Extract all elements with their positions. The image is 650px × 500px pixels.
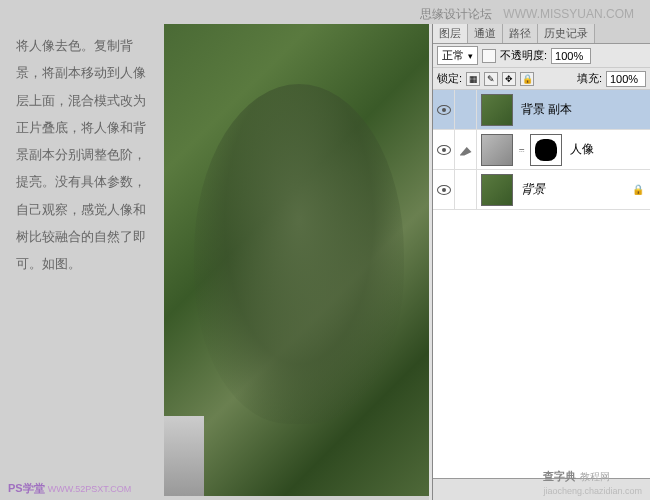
- eye-icon: [437, 185, 451, 195]
- fill-value: 100%: [610, 73, 638, 85]
- layer-thumbnail[interactable]: [481, 94, 513, 126]
- layer-thumbnail[interactable]: [481, 134, 513, 166]
- wm-right-url: jiaocheng.chazidian.com: [543, 486, 642, 496]
- blend-opacity-row: 正常 ▾ 不透明度: 100%: [433, 44, 650, 68]
- lock-label: 锁定:: [437, 71, 462, 86]
- lock-icon: 🔒: [632, 184, 644, 195]
- layer-row-portrait[interactable]: ⎓ 人像: [433, 130, 650, 170]
- fill-input[interactable]: 100%: [606, 71, 646, 87]
- opacity-value: 100%: [555, 50, 583, 62]
- visibility-toggle[interactable]: [433, 130, 455, 169]
- fill-label: 填充:: [577, 71, 602, 86]
- visibility-toggle[interactable]: [433, 90, 455, 129]
- brush-icon: [460, 144, 472, 156]
- blend-mode-value: 正常: [442, 48, 464, 63]
- eye-icon: [437, 145, 451, 155]
- site-name: 思缘设计论坛: [420, 7, 492, 21]
- wm-left-url: WWW.52PSXT.COM: [48, 484, 132, 494]
- image-canvas[interactable]: [164, 24, 432, 496]
- wm-left-brand: PS学堂: [8, 482, 45, 494]
- lock-all-icon[interactable]: 🔒: [520, 72, 534, 86]
- face-overlay: [194, 84, 404, 424]
- lock-pixels-icon[interactable]: ✎: [484, 72, 498, 86]
- eye-icon: [437, 105, 451, 115]
- layer-row-background[interactable]: 背景 🔒: [433, 170, 650, 210]
- tab-layers[interactable]: 图层: [433, 24, 468, 43]
- tab-history[interactable]: 历史记录: [538, 24, 595, 43]
- lock-fill-row: 锁定: ▦ ✎ ✥ 🔒 填充: 100%: [433, 68, 650, 90]
- wm-right-sub: 教程网: [580, 471, 610, 482]
- blend-options-icon[interactable]: [482, 49, 496, 63]
- instruction-text: 将人像去色。复制背景，将副本移动到人像层上面，混合模式改为正片叠底，将人像和背景…: [16, 32, 156, 278]
- mask-thumbnail[interactable]: [530, 134, 562, 166]
- watermark-left: PS学堂 WWW.52PSXT.COM: [8, 481, 131, 496]
- visibility-toggle[interactable]: [433, 170, 455, 209]
- layers-panel: 图层 通道 路径 历史记录 正常 ▾ 不透明度: 100% 锁定: ▦ ✎ ✥ …: [432, 24, 650, 500]
- watermark-right: 查字典 教程网 jiaocheng.chazidian.com: [543, 469, 642, 496]
- lock-position-icon[interactable]: ✥: [502, 72, 516, 86]
- opacity-label: 不透明度:: [500, 48, 547, 63]
- layer-name[interactable]: 背景 副本: [521, 101, 572, 118]
- lock-transparency-icon[interactable]: ▦: [466, 72, 480, 86]
- tree-face-composite: [164, 24, 432, 496]
- link-toggle[interactable]: [455, 130, 477, 169]
- blend-mode-dropdown[interactable]: 正常 ▾: [437, 46, 478, 65]
- layer-name[interactable]: 背景: [521, 181, 545, 198]
- link-toggle[interactable]: [455, 170, 477, 209]
- building-corner: [164, 416, 204, 496]
- panel-tabs: 图层 通道 路径 历史记录: [433, 24, 650, 44]
- tab-channels[interactable]: 通道: [468, 24, 503, 43]
- site-url: WWW.MISSYUAN.COM: [503, 7, 634, 21]
- chevron-down-icon: ▾: [468, 51, 473, 61]
- tab-paths[interactable]: 路径: [503, 24, 538, 43]
- layer-name[interactable]: 人像: [570, 141, 594, 158]
- layers-list: 背景 副本 ⎓ 人像 背景 🔒: [433, 90, 650, 478]
- mask-link-icon[interactable]: ⎓: [519, 145, 524, 155]
- wm-right-brand: 查字典: [543, 470, 576, 482]
- layer-row-background-copy[interactable]: 背景 副本: [433, 90, 650, 130]
- layer-thumbnail[interactable]: [481, 174, 513, 206]
- opacity-input[interactable]: 100%: [551, 48, 591, 64]
- link-toggle[interactable]: [455, 90, 477, 129]
